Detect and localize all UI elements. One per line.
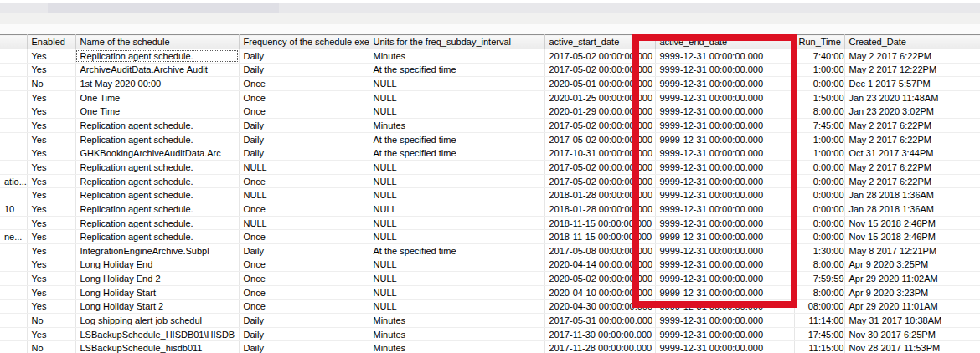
cell-name[interactable]: Replication agent schedule. <box>75 202 239 217</box>
cell-name[interactable]: Log shipping alert job schedul <box>75 314 239 328</box>
cell-enabled[interactable]: Yes <box>27 299 75 314</box>
column-header-name[interactable]: Name of the schedule <box>75 35 239 49</box>
cell-end[interactable]: 9999-12-31 00:00:00.000 <box>655 105 794 119</box>
cell-col0[interactable] <box>0 161 27 175</box>
column-header-clipped[interactable] <box>0 35 27 49</box>
cell-enabled[interactable]: Yes <box>27 49 75 64</box>
cell-enabled[interactable]: Yes <box>27 243 75 258</box>
cell-units[interactable]: Minutes <box>369 327 544 341</box>
cell-end[interactable]: 9999-12-31 00:00:00.000 <box>655 77 794 91</box>
cell-start[interactable]: 2017-05-02 00:00:00.000 <box>544 63 655 77</box>
cell-col0[interactable] <box>0 327 27 341</box>
cell-units[interactable]: Minutes <box>369 119 544 133</box>
cell-end[interactable]: 9999-12-31 00:00:00.000 <box>655 90 794 105</box>
cell-freq[interactable]: Once <box>239 202 369 217</box>
cell-created[interactable]: Nov 28 2017 11:53PM <box>844 341 980 353</box>
cell-run[interactable]: 11:15:00 <box>794 341 844 353</box>
cell-freq[interactable]: Once <box>239 105 369 119</box>
cell-enabled[interactable]: Yes <box>27 258 75 272</box>
cell-name[interactable]: Replication agent schedule. <box>75 119 239 133</box>
cell-start[interactable]: 2017-05-02 00:00:00.000 <box>544 161 655 175</box>
cell-freq[interactable]: Daily <box>239 314 369 328</box>
cell-col0[interactable] <box>0 146 27 161</box>
cell-col0[interactable] <box>0 314 27 328</box>
cell-end[interactable]: 9999-12-31 00:00:00.000 <box>655 341 794 353</box>
cell-freq[interactable]: Once <box>239 299 369 314</box>
column-header-end[interactable]: active_end_date <box>655 35 794 49</box>
cell-enabled[interactable]: Yes <box>27 188 75 202</box>
cell-start[interactable]: 2017-05-02 00:00:00.000 <box>544 132 655 146</box>
cell-end[interactable]: 9999-12-31 00:00:00.000 <box>655 230 794 244</box>
cell-freq[interactable]: Once <box>239 77 369 91</box>
cell-created[interactable]: Jan 28 2018 1:36AM <box>844 202 980 217</box>
cell-freq[interactable]: Daily <box>239 243 369 258</box>
cell-units[interactable]: NULL <box>369 77 544 91</box>
column-header-run[interactable]: Run_Time <box>794 35 844 49</box>
cell-end[interactable]: 9999-12-31 00:00:00.000 <box>655 258 794 272</box>
cell-col0[interactable] <box>0 216 27 230</box>
cell-run[interactable]: 1:50:00 <box>794 90 844 105</box>
cell-freq[interactable]: Daily <box>239 327 369 341</box>
cell-enabled[interactable]: No <box>27 77 75 91</box>
cell-name[interactable]: ArchiveAuditData.Archive Audit <box>75 63 239 77</box>
cell-run[interactable]: 1:00:00 <box>794 146 844 161</box>
cell-end[interactable]: 9999-12-31 00:00:00.000 <box>655 272 794 286</box>
cell-run[interactable]: 0:00:00 <box>794 216 844 230</box>
cell-freq[interactable]: Daily <box>239 341 369 353</box>
cell-start[interactable]: 2017-11-30 00:00:00.000 <box>544 327 655 341</box>
cell-enabled[interactable]: Yes <box>27 132 75 146</box>
cell-col0[interactable] <box>0 188 27 202</box>
cell-end[interactable]: 9999-12-31 00:00:00.000 <box>655 63 794 77</box>
column-header-created[interactable]: Created_Date <box>844 35 980 49</box>
cell-enabled[interactable]: No <box>27 314 75 328</box>
cell-created[interactable]: May 2 2017 12:22PM <box>844 63 980 77</box>
cell-created[interactable]: May 2 2017 6:22PM <box>844 49 980 64</box>
cell-run[interactable]: 8:00:00 <box>794 258 844 272</box>
cell-start[interactable]: 2017-05-02 00:00:00.000 <box>544 49 655 64</box>
cell-freq[interactable]: Daily <box>239 49 369 64</box>
cell-created[interactable]: Apr 9 2020 3:23PM <box>844 285 980 299</box>
cell-units[interactable]: At the specified time <box>369 63 544 77</box>
cell-freq[interactable]: Daily <box>239 146 369 161</box>
cell-freq[interactable]: NULL <box>239 161 369 175</box>
cell-enabled[interactable]: Yes <box>27 327 75 341</box>
cell-name[interactable]: GHKBookingArchiveAuditData.Arc <box>75 146 239 161</box>
cell-run[interactable]: 1:30:00 <box>794 243 844 258</box>
cell-start[interactable]: 2018-01-28 00:00:00.000 <box>544 188 655 202</box>
cell-col0[interactable] <box>0 63 27 77</box>
cell-enabled[interactable]: Yes <box>27 174 75 188</box>
cell-col0[interactable] <box>0 49 27 64</box>
cell-enabled[interactable]: Yes <box>27 63 75 77</box>
cell-run[interactable]: 0:00:00 <box>794 188 844 202</box>
cell-units[interactable]: NULL <box>369 188 544 202</box>
cell-run[interactable]: 0:00:00 <box>794 161 844 175</box>
cell-name[interactable]: Replication agent schedule. <box>75 230 239 244</box>
cell-start[interactable]: 2020-04-10 00:00:00.000 <box>544 285 655 299</box>
cell-col0[interactable]: ne... <box>0 230 27 244</box>
cell-run[interactable]: 1:00:00 <box>794 63 844 77</box>
cell-created[interactable]: Apr 9 2020 3:25PM <box>844 258 980 272</box>
cell-start[interactable]: 2017-05-31 00:00:00.000 <box>544 314 655 328</box>
cell-col0[interactable] <box>0 341 27 353</box>
column-header-freq[interactable]: Frequency of the schedule execution <box>239 35 369 49</box>
cell-freq[interactable]: Daily <box>239 119 369 133</box>
cell-freq[interactable]: Once <box>239 272 369 286</box>
cell-units[interactable]: At the specified time <box>369 132 544 146</box>
cell-units[interactable]: NULL <box>369 174 544 188</box>
cell-run[interactable]: 17:45:00 <box>794 327 844 341</box>
column-header-start[interactable]: active_start_date <box>544 35 655 49</box>
cell-freq[interactable]: Once <box>239 285 369 299</box>
cell-col0[interactable]: atio... <box>0 174 27 188</box>
cell-created[interactable]: May 2 2017 6:22PM <box>844 174 980 188</box>
cell-run[interactable]: 7:59:59 <box>794 272 844 286</box>
cell-units[interactable]: At the specified time <box>369 243 544 258</box>
cell-units[interactable]: NULL <box>369 161 544 175</box>
cell-created[interactable]: Jan 23 2020 11:48AM <box>844 90 980 105</box>
cell-col0[interactable] <box>0 90 27 105</box>
cell-start[interactable]: 2020-04-14 00:00:00.000 <box>544 258 655 272</box>
cell-end[interactable]: 9999-12-31 00:00:00.000 <box>655 285 794 299</box>
cell-units[interactable]: NULL <box>369 216 544 230</box>
cell-col0[interactable] <box>0 243 27 258</box>
cell-run[interactable]: 08:00:00 <box>794 299 844 314</box>
cell-name[interactable]: Replication agent schedule. <box>75 188 239 202</box>
